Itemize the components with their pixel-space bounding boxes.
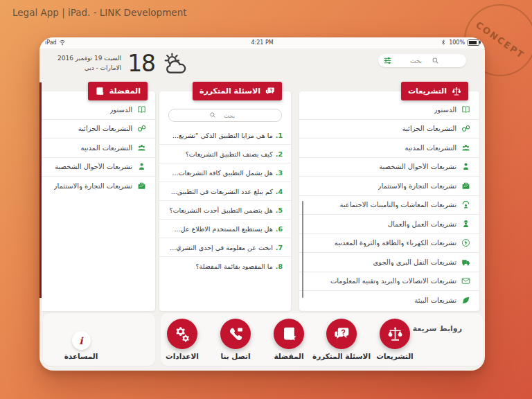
search-icon <box>432 57 439 64</box>
tab-label: الاسئلة المتكررة <box>200 87 260 96</box>
list-item-label: تشريعات العمل والعمال <box>388 220 456 228</box>
list-item[interactable]: تشريعات النقل البري والجوي <box>299 253 479 272</box>
legislations-button[interactable] <box>380 319 410 349</box>
list-item[interactable]: تشريعات التجارة والاستثمار <box>299 177 479 196</box>
faq-question: ما المقصود بقائمة المفضلة؟ <box>196 263 273 270</box>
faq-number: 8. <box>276 263 283 270</box>
list-item[interactable]: تشريعات الاتصالات والبريد وتقنية المعلوم… <box>299 272 479 292</box>
list-item-label: تشريعات المعاشات والتأمينات الاجتماعية <box>339 201 456 209</box>
info-icon: i <box>79 335 82 346</box>
faq-item[interactable]: 5. هل يتضمن التطبيق أحدث التشريعات؟ <box>159 201 291 220</box>
list-item-label: تشريعات الأحوال الشخصية <box>55 163 132 170</box>
list-item[interactable]: تشريعات العمل والعمال <box>299 215 479 234</box>
person-icon <box>461 162 470 171</box>
scrollbar[interactable] <box>302 201 303 298</box>
chat-question-icon <box>334 326 350 342</box>
list-item[interactable]: التشريعات الجزائية <box>42 120 155 139</box>
global-search[interactable] <box>378 54 466 67</box>
people-icon <box>461 143 470 152</box>
briefcase-icon <box>137 181 146 190</box>
list-item-label: التشريعات المدنية <box>405 144 456 152</box>
weather-widget: السبت 19 نوفمبر 2016 الامارات - دبي 18 <box>57 50 188 77</box>
list-item[interactable]: تشريعات المعاشات والتأمينات الاجتماعية <box>299 196 479 215</box>
list-item-label: تشريعات الكهرباء والطاقة والثروة المعدني… <box>335 239 456 247</box>
people-icon <box>137 143 146 152</box>
list-item[interactable]: تشريعات الكهرباء والطاقة والثروة المعدني… <box>299 234 479 254</box>
faq-item[interactable]: 6. هل يستطيع المستخدم الاطلاع عل... <box>159 220 291 238</box>
list-item[interactable]: التشريعات الجزائية <box>299 120 479 139</box>
tab-label: المفضلة <box>109 87 141 96</box>
list-item[interactable]: تشريعات الأحوال الشخصية <box>299 158 479 177</box>
faq-button[interactable] <box>326 319 357 349</box>
date-block: السبت 19 نوفمبر 2016 الامارات - دبي <box>57 54 121 73</box>
help-button[interactable]: i <box>72 331 91 350</box>
bluetooth-icon <box>441 39 446 46</box>
list-item[interactable]: التشريعات المدنية <box>42 139 155 158</box>
quick-link-settings: الاعدادات <box>144 319 220 360</box>
faq-item[interactable]: 8. ما المقصود بقائمة المفضلة؟ <box>159 257 291 276</box>
faq-number: 5. <box>276 206 283 214</box>
search-icon <box>209 112 216 118</box>
list-item-label: التشريعات المدنية <box>80 144 132 152</box>
device-label: iPad <box>45 39 57 46</box>
tab-legislations[interactable]: التشريعات <box>401 82 468 100</box>
tab-favorites[interactable]: المفضلة <box>88 82 148 100</box>
list-item-label: تشريعات البيئة <box>414 296 456 304</box>
faq-search-input[interactable] <box>169 109 281 121</box>
worker-icon <box>461 220 470 229</box>
list-item[interactable]: تشريعات التجارة والاستثمار <box>42 177 155 196</box>
faq-search[interactable] <box>168 109 282 122</box>
faq-item[interactable]: 4. كم يبلغ عدد التشريعات في التطبيق... <box>159 182 291 201</box>
faq-question: هل يشمل التطبيق كافة التشريعات... <box>172 169 273 177</box>
energy-icon <box>461 238 470 247</box>
list-item[interactable]: التشريعات المدنية <box>299 139 479 158</box>
wifi-icon <box>59 39 66 46</box>
list-item[interactable]: الدستور <box>42 100 155 120</box>
tab-label: التشريعات <box>408 87 447 96</box>
pension-icon <box>461 200 470 209</box>
faq-item[interactable]: 2. كيف يصنف التطبيق التشريعات؟ <box>159 145 291 163</box>
faq-question: هل يتضمن التطبيق أحدث التشريعات؟ <box>169 206 272 214</box>
list-item-label: التشريعات الجزائية <box>78 125 132 132</box>
battery-percent: 100% <box>449 39 465 46</box>
design-canvas: Legal App | iPad. - LINK Development CON… <box>0 0 532 399</box>
cloud-sun-icon <box>161 52 188 76</box>
settings-button[interactable] <box>167 319 197 349</box>
status-bar: iPad 4:21 PM 100% <box>39 37 485 48</box>
gears-icon <box>175 326 190 342</box>
faq-number: 1. <box>276 132 283 139</box>
book-icon <box>461 105 470 114</box>
scales-icon <box>387 326 403 342</box>
list-item[interactable]: تشريعات البيئة <box>299 291 479 310</box>
faq-panel: الاسئلة المتكررة 1. ما هي مزايا التطبيق … <box>159 91 291 311</box>
contact-us-button[interactable] <box>220 319 251 349</box>
person-icon <box>137 162 146 171</box>
faq-item[interactable]: 7. ابحث عن معلومة في إحدى التشري... <box>159 238 291 257</box>
faq-item[interactable]: 3. هل يشمل التطبيق كافة التشريعات... <box>159 163 291 182</box>
list-item[interactable]: الدستور <box>299 100 479 120</box>
temperature: 18 <box>127 50 155 77</box>
handcuffs-icon <box>137 124 146 133</box>
faq-question: كم يبلغ عدد التشريعات في التطبيق... <box>171 188 273 195</box>
list-item-label: تشريعات الاتصالات والبريد وتقنية المعلوم… <box>330 277 456 285</box>
faq-question: ما هي مزايا التطبيق الذكي "تشريع... <box>172 132 273 139</box>
handcuffs-icon <box>461 124 470 133</box>
battery-icon <box>468 39 479 46</box>
book-star-icon <box>281 326 297 342</box>
faq-item[interactable]: 1. ما هي مزايا التطبيق الذكي "تشريع... <box>159 126 291 145</box>
list-item-label: تشريعات التجارة والاستثمار <box>54 182 132 190</box>
chat-question-icon <box>265 87 275 96</box>
faq-question: ابحث عن معلومة في إحدى التشري... <box>170 244 273 251</box>
filter-sliders-icon[interactable] <box>383 56 392 65</box>
favorites-button[interactable] <box>274 319 304 349</box>
list-item-label: تشريعات الأحوال الشخصية <box>379 163 456 170</box>
environment-icon <box>461 296 470 305</box>
legislations-panel: التشريعات الدستور التشريعات الجزائية الت… <box>299 91 479 311</box>
list-item-label: تشريعات النقل البري والجوي <box>373 258 456 266</box>
status-time: 4:21 PM <box>251 39 273 46</box>
list-item[interactable]: تشريعات الأحوال الشخصية <box>42 158 155 177</box>
tab-faq[interactable]: الاسئلة المتكررة <box>193 82 282 100</box>
faq-number: 6. <box>276 225 283 233</box>
location-text: الامارات - دبي <box>57 64 121 73</box>
legislations-list: الدستور التشريعات الجزائية التشريعات الم… <box>299 91 479 310</box>
